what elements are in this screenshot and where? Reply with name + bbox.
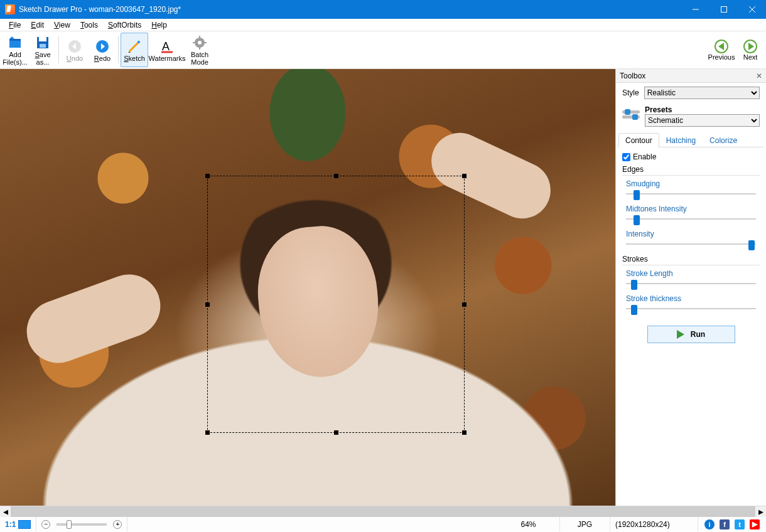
- style-label: Style: [622, 88, 639, 97]
- svg-rect-17: [199, 47, 200, 50]
- zoom-in-button[interactable]: +: [113, 520, 122, 529]
- close-button[interactable]: [738, 0, 766, 19]
- redo-icon: [95, 39, 110, 54]
- menu-tools[interactable]: Tools: [75, 20, 103, 30]
- run-icon: [677, 330, 684, 339]
- menu-softorbits[interactable]: SoftOrbits: [103, 20, 146, 30]
- maximize-button[interactable]: [709, 0, 738, 19]
- scroll-right-button[interactable]: ▸: [755, 506, 766, 517]
- window-title: Sketch Drawer Pro - woman-2003647_1920.j…: [19, 5, 681, 14]
- run-label: Run: [691, 330, 705, 339]
- menu-file[interactable]: File: [4, 20, 26, 30]
- selection-handle[interactable]: [205, 302, 210, 307]
- enable-checkbox-row[interactable]: Enable: [622, 152, 760, 161]
- svg-rect-16: [199, 36, 200, 38]
- previous-icon: [715, 40, 728, 53]
- sketch-button[interactable]: Sketch: [121, 33, 148, 67]
- horizontal-scrollbar[interactable]: ◂ ▸: [0, 506, 766, 516]
- run-button[interactable]: Run: [647, 326, 735, 343]
- selection-handle[interactable]: [205, 430, 210, 435]
- facebook-icon[interactable]: f: [720, 519, 730, 529]
- toolbar: Add File(s)... Save as... Undo Redo Sket…: [0, 31, 766, 69]
- add-files-button[interactable]: Add File(s)...: [1, 33, 29, 67]
- sketch-label: Sketch: [124, 55, 145, 62]
- titlebar: Sketch Drawer Pro - woman-2003647_1920.j…: [0, 0, 766, 19]
- selection-handle[interactable]: [334, 174, 338, 178]
- toolbox-close-button[interactable]: ✕: [756, 72, 762, 80]
- gear-icon: [192, 35, 207, 50]
- edges-group-title: Edges: [622, 165, 760, 176]
- statusbar: 1:1 − + 64% JPG (1920x1280x24) i f t ▶: [0, 516, 766, 531]
- selection-handle[interactable]: [462, 174, 467, 178]
- selection-handle[interactable]: [462, 302, 467, 307]
- tab-colorize[interactable]: Colorize: [703, 133, 744, 147]
- toolbox-tabs: Contour Hatching Colorize: [618, 133, 763, 147]
- menu-edit[interactable]: Edit: [26, 20, 49, 30]
- menubar: File Edit View Tools SoftOrbits Help: [0, 19, 766, 31]
- info-icon[interactable]: i: [704, 519, 715, 529]
- zoom-11-button[interactable]: 1:1: [5, 520, 16, 529]
- svg-point-15: [198, 41, 202, 45]
- stroke-length-slider[interactable]: [626, 279, 756, 288]
- zoom-slider[interactable]: [57, 523, 107, 526]
- save-icon: [35, 35, 50, 50]
- presets-icon: [622, 109, 640, 123]
- enable-label: Enable: [633, 152, 656, 161]
- selection-handle[interactable]: [334, 430, 338, 435]
- toolbox-title: Toolbox: [620, 72, 645, 80]
- midtones-slider[interactable]: [626, 215, 756, 223]
- main-area: Toolbox ✕ Style Realistic Presets Schema…: [0, 69, 766, 506]
- add-files-icon: [8, 35, 23, 50]
- presets-select[interactable]: Schematic: [645, 114, 760, 127]
- previous-button[interactable]: Previous: [707, 33, 736, 67]
- selection-rect[interactable]: [207, 176, 465, 433]
- scroll-left-button[interactable]: ◂: [0, 506, 11, 517]
- selection-handle[interactable]: [462, 430, 467, 435]
- svg-point-11: [138, 41, 140, 43]
- toolbox-header: Toolbox ✕: [616, 69, 766, 83]
- sketch-icon: [127, 39, 142, 54]
- undo-button[interactable]: Undo: [61, 33, 89, 67]
- menu-view[interactable]: View: [49, 20, 75, 30]
- tab-hatching[interactable]: Hatching: [659, 133, 703, 147]
- tab-contour[interactable]: Contour: [618, 133, 659, 147]
- scroll-thumb[interactable]: [11, 506, 755, 517]
- minimize-button[interactable]: [681, 0, 709, 19]
- svg-rect-1: [721, 7, 726, 13]
- watermarks-icon: A: [159, 39, 175, 54]
- undo-icon: [67, 39, 82, 54]
- twitter-icon[interactable]: t: [735, 519, 745, 529]
- stroke-length-label: Stroke Length: [626, 269, 760, 278]
- batch-mode-button[interactable]: Batch Mode: [186, 33, 213, 67]
- save-as-button[interactable]: Save as...: [29, 33, 57, 67]
- stroke-thickness-slider[interactable]: [626, 304, 756, 313]
- intensity-slider[interactable]: [626, 240, 756, 248]
- intensity-label: Intensity: [626, 230, 760, 238]
- redo-button[interactable]: Redo: [89, 33, 116, 67]
- app-icon: [5, 4, 15, 14]
- next-button[interactable]: Next: [736, 33, 765, 67]
- format-label: JPG: [560, 517, 610, 531]
- watermarks-button[interactable]: A Watermarks: [148, 33, 186, 67]
- redo-label: Redo: [94, 55, 111, 62]
- fit-screen-button[interactable]: [18, 520, 31, 529]
- dimensions-label: (1920x1280x24): [610, 517, 698, 531]
- svg-rect-5: [9, 39, 21, 41]
- svg-rect-8: [40, 44, 46, 48]
- style-select[interactable]: Realistic: [644, 87, 760, 99]
- strokes-group-title: Strokes: [622, 255, 760, 265]
- undo-label: Undo: [67, 55, 83, 62]
- selection-handle[interactable]: [205, 174, 210, 178]
- tab-content: Enable Edges Smudging Midtones Intensity…: [616, 147, 766, 348]
- zoom-out-button[interactable]: −: [41, 520, 50, 529]
- svg-rect-7: [39, 37, 46, 41]
- smudging-slider[interactable]: [626, 189, 756, 198]
- youtube-icon[interactable]: ▶: [750, 519, 760, 529]
- zoom-percent: 64%: [497, 517, 560, 531]
- batch-mode-label: Batch Mode: [186, 51, 213, 66]
- add-files-label: Add File(s)...: [1, 51, 29, 66]
- svg-rect-19: [204, 42, 207, 43]
- canvas[interactable]: [0, 69, 615, 506]
- enable-checkbox[interactable]: [622, 153, 630, 161]
- menu-help[interactable]: Help: [146, 20, 172, 30]
